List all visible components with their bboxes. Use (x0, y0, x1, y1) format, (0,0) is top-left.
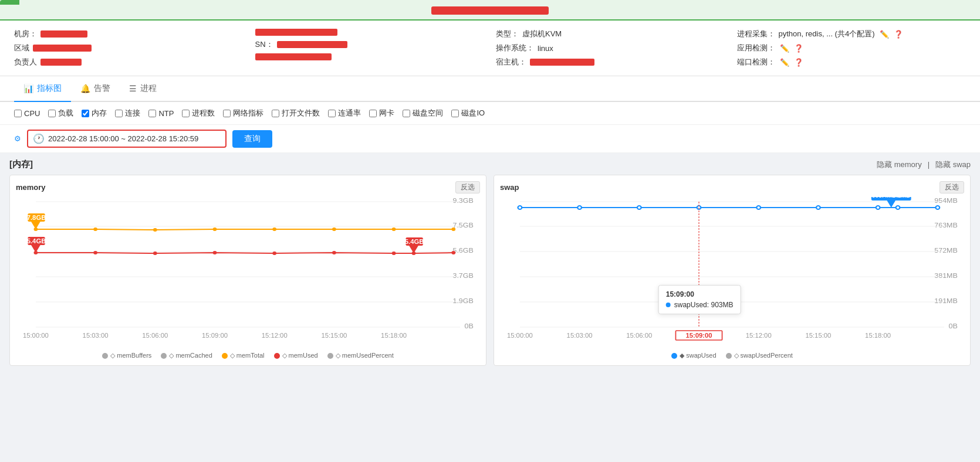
process-collect-help-icon[interactable]: ❓ (894, 30, 903, 39)
svg-point-61 (756, 206, 761, 209)
svg-text:1.9GB: 1.9GB (453, 297, 474, 304)
info-os: 操作系统： linux (496, 43, 553, 53)
query-button[interactable]: 查询 (232, 130, 272, 148)
svg-text:9.3GB: 9.3GB (453, 197, 474, 204)
filter-open-files[interactable]: 打开文件数 (272, 108, 320, 118)
swap-chart-header: swap 反选 (500, 181, 964, 193)
svg-text:15:03:00: 15:03:00 (567, 332, 593, 339)
filter-cpu-checkbox[interactable] (14, 110, 22, 117)
process-collect-edit-icon[interactable]: ✏️ (880, 30, 889, 39)
filter-memory-checkbox[interactable] (82, 110, 89, 117)
svg-point-59 (637, 206, 641, 209)
port-detect-edit-icon[interactable]: ✏️ (780, 58, 789, 67)
filter-disk-space-checkbox[interactable] (403, 110, 410, 117)
filter-conn-rate[interactable]: 连通率 (328, 108, 361, 118)
clock-icon: 🕐 (33, 133, 45, 144)
svg-text:15:12:00: 15:12:00 (262, 332, 288, 339)
memory-invert-button[interactable]: 反选 (455, 181, 480, 193)
info-zone: 区域 (14, 43, 92, 53)
info-host: 宿主机： (496, 57, 594, 67)
svg-text:5.4GB: 5.4GB (27, 238, 46, 244)
info-sn: SN： (255, 39, 347, 50)
app-detect-help-icon[interactable]: ❓ (794, 44, 803, 53)
filter-processes-checkbox[interactable] (182, 110, 190, 117)
filter-cpu[interactable]: CPU (14, 109, 40, 118)
filter-load-checkbox[interactable] (48, 110, 56, 117)
charts-container: [内存] 隐藏 memory | 隐藏 swap memory 反选 9.3GB… (0, 153, 980, 372)
memory-chart-legend: ◇ memBuffers ◇ memCached ◇ memTotal ◇ me… (16, 352, 480, 359)
svg-text:15:00:00: 15:00:00 (23, 332, 49, 339)
swap-invert-button[interactable]: 反选 (940, 181, 964, 193)
swap-chart-svg: 954MB 763MB 572MB 381MB 191MB 0B (500, 197, 964, 349)
filter-net-metrics[interactable]: 网络指标 (223, 108, 263, 118)
memory-chart-title: memory (16, 183, 46, 192)
swap-chart-legend: ◆ swapUsed ◇ swapUsedPercent (500, 352, 964, 359)
svg-text:5.6GB: 5.6GB (453, 247, 474, 254)
legend-memcached[interactable]: ◇ memCached (161, 352, 212, 359)
filter-processes-label: 进程数 (192, 108, 215, 118)
top-bar: 在线 (0, 0, 980, 21)
tab-alerts[interactable]: 🔔 告警 (71, 76, 120, 102)
svg-text:15:18:00: 15:18:00 (381, 332, 407, 339)
filter-load[interactable]: 负载 (48, 108, 73, 118)
filter-disk-space-label: 磁盘空间 (413, 108, 443, 118)
app-detect-edit-icon[interactable]: ✏️ (780, 44, 789, 53)
legend-swapusedpercent[interactable]: ◇ swapUsedPercent (726, 352, 793, 359)
svg-text:191MB: 191MB (934, 297, 958, 304)
svg-text:381MB: 381MB (934, 272, 958, 279)
time-settings-icon[interactable]: ⚙ (14, 134, 21, 143)
tab-processes[interactable]: ☰ 进程 (120, 76, 166, 102)
filter-ntp-label: NTP (158, 109, 174, 118)
svg-text:7.8GB: 7.8GB (27, 215, 46, 221)
hide-swap-btn[interactable]: 隐藏 swap (935, 159, 971, 170)
svg-point-13 (93, 227, 97, 231)
svg-text:3.7GB: 3.7GB (453, 272, 474, 279)
svg-point-64 (896, 206, 900, 209)
memory-section-title: [内存] (9, 159, 33, 170)
legend-membuffers[interactable]: ◇ memBuffers (102, 352, 151, 359)
tab-metrics[interactable]: 📊 指标图 (14, 76, 71, 102)
time-range-input[interactable] (48, 134, 212, 143)
filter-ntp-checkbox[interactable] (148, 110, 156, 117)
hide-memory-btn[interactable]: 隐藏 memory (877, 159, 922, 170)
filters-bar: CPU 负载 内存 连接 NTP 进程数 网络指标 打开文件数 (0, 102, 980, 125)
legend-memusedpercent[interactable]: ◇ memUsedPercent (327, 352, 394, 359)
filter-net-metrics-checkbox[interactable] (223, 110, 231, 117)
legend-memused[interactable]: ◇ memUsed (274, 352, 318, 359)
svg-point-24 (272, 252, 276, 255)
filter-disk-io-checkbox[interactable] (451, 110, 459, 117)
svg-point-26 (392, 252, 396, 255)
time-input-wrap[interactable]: 🕐 (27, 130, 227, 148)
filter-connection-checkbox[interactable] (115, 110, 123, 117)
swap-chart-title: swap (500, 183, 519, 192)
svg-text:15:12:00: 15:12:00 (746, 332, 772, 339)
filter-disk-space[interactable]: 磁盘空间 (403, 108, 443, 118)
info-section: 机房： 区域 负责人 SN： (0, 21, 980, 76)
svg-marker-35 (408, 244, 419, 253)
info-grid: 机房： 区域 负责人 SN： (14, 29, 966, 67)
port-detect-help-icon[interactable]: ❓ (794, 58, 803, 67)
filter-nic[interactable]: 网卡 (369, 108, 394, 118)
info-port-detect: 端口检测： ✏️ ❓ (737, 57, 803, 67)
filter-ntp[interactable]: NTP (148, 109, 174, 118)
filter-conn-rate-checkbox[interactable] (328, 110, 336, 117)
filter-memory[interactable]: 内存 (82, 108, 107, 118)
info-jifang: 机房： (14, 29, 87, 39)
filter-processes[interactable]: 进程数 (182, 108, 215, 118)
filter-connection[interactable]: 连接 (115, 108, 140, 118)
svg-text:954MB: 954MB (934, 197, 958, 204)
svg-point-65 (935, 206, 940, 209)
filter-nic-checkbox[interactable] (369, 110, 377, 117)
info-col-2: SN： (255, 29, 485, 67)
svg-text:903.4MB.2MB: 903.4MB.2MB (872, 197, 911, 199)
legend-swapused[interactable]: ◆ swapUsed (671, 352, 716, 359)
legend-memtotal[interactable]: ◇ memTotal (222, 352, 265, 359)
info-col-3: 类型： 虚拟机KVM 操作系统： linux 宿主机： (496, 29, 725, 67)
info-col-1: 机房： 区域 负责人 (14, 29, 244, 67)
filter-disk-io[interactable]: 磁盘IO (451, 108, 485, 118)
time-bar: ⚙ 🕐 查询 (0, 125, 980, 153)
filter-open-files-label: 打开文件数 (282, 108, 320, 118)
filter-open-files-checkbox[interactable] (272, 110, 279, 117)
tab-metrics-icon: 📊 (23, 84, 33, 93)
svg-point-16 (272, 227, 276, 231)
